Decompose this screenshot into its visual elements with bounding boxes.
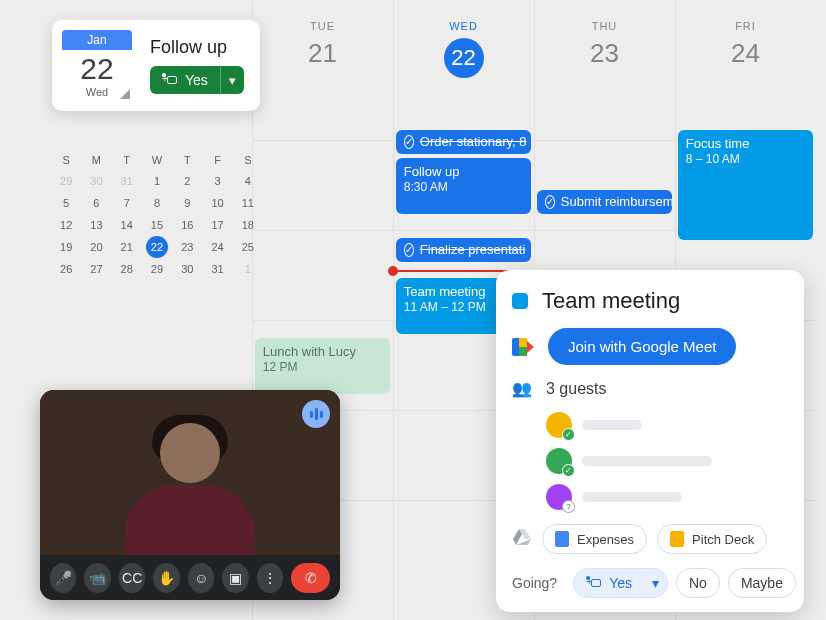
mini-cal-day[interactable]: 10 xyxy=(203,192,231,214)
status-unknown-icon: ? xyxy=(562,500,575,513)
mini-cal-day[interactable]: 29 xyxy=(52,170,80,192)
mini-month-calendar[interactable]: SMTWTFS293031123456789101112131415161718… xyxy=(52,150,262,280)
going-maybe-button[interactable]: Maybe xyxy=(728,568,796,598)
mini-cal-day[interactable]: 29 xyxy=(143,258,171,280)
mini-cal-day[interactable]: 22 xyxy=(146,236,168,258)
camera-button[interactable]: 📹 xyxy=(84,563,110,593)
caret-down-icon: ▾ xyxy=(229,73,236,88)
event-order-stationary[interactable]: ✓ Order stationary, 8 xyxy=(396,130,531,154)
present-icon: ▣ xyxy=(229,570,242,586)
guests-icon: 👥 xyxy=(512,379,532,398)
date-badge: Jan 22 Wed xyxy=(62,30,132,101)
camera-icon: 📹 xyxy=(89,570,106,586)
going-yes-dropdown[interactable]: ▾ xyxy=(644,568,668,598)
event-focus-time[interactable]: Focus time 8 – 10 AM xyxy=(678,130,813,240)
mini-cal-day[interactable]: 21 xyxy=(113,236,141,258)
event-follow-up[interactable]: Follow up 8:30 AM xyxy=(396,158,531,214)
page-fold-icon xyxy=(120,89,130,99)
mini-cal-day[interactable]: 14 xyxy=(113,214,141,236)
mini-cal-day[interactable]: 16 xyxy=(173,214,201,236)
guest-row: ✓ xyxy=(546,448,788,474)
avatar: ? xyxy=(546,484,572,510)
going-yes-button[interactable]: + Yes xyxy=(573,568,645,598)
mini-cal-day[interactable]: 1 xyxy=(143,170,171,192)
join-meet-button[interactable]: Join with Google Meet xyxy=(548,328,736,365)
rsvp-card[interactable]: Jan 22 Wed Follow up + Yes ▾ xyxy=(52,20,260,111)
speaking-indicator-icon xyxy=(302,400,330,428)
mini-cal-day[interactable]: 8 xyxy=(143,192,171,214)
mini-cal-day[interactable]: 3 xyxy=(203,170,231,192)
mini-cal-day[interactable]: 11 xyxy=(234,192,262,214)
mini-cal-day[interactable]: 30 xyxy=(82,170,110,192)
mini-cal-day[interactable]: 18 xyxy=(234,214,262,236)
going-no-button[interactable]: No xyxy=(676,568,720,598)
mini-cal-day[interactable]: 20 xyxy=(82,236,110,258)
guest-row: ? xyxy=(546,484,788,510)
mini-cal-day[interactable]: 24 xyxy=(203,236,231,258)
mini-cal-day[interactable]: 7 xyxy=(113,192,141,214)
mini-cal-day[interactable]: 23 xyxy=(173,236,201,258)
mini-cal-day[interactable]: 12 xyxy=(52,214,80,236)
status-accepted-icon: ✓ xyxy=(562,428,575,441)
check-icon: ✓ xyxy=(404,135,414,149)
event-lunch[interactable]: Lunch with Lucy 12 PM xyxy=(255,338,390,394)
participant-video xyxy=(130,415,250,555)
mini-cal-day[interactable]: 6 xyxy=(82,192,110,214)
status-accepted-icon: ✓ xyxy=(562,464,575,477)
check-icon: ✓ xyxy=(545,195,555,209)
mini-cal-day[interactable]: 30 xyxy=(173,258,201,280)
event-title: Team meeting xyxy=(542,288,680,314)
event-color-chip xyxy=(512,293,528,309)
mini-cal-day[interactable]: 13 xyxy=(82,214,110,236)
rsvp-title: Follow up xyxy=(150,37,244,58)
hangup-button[interactable]: ✆ xyxy=(291,563,330,593)
mini-cal-day[interactable]: 26 xyxy=(52,258,80,280)
event-detail-card: Team meeting Join with Google Meet 👥 3 g… xyxy=(496,270,804,612)
virtual-icon: + xyxy=(586,579,601,587)
mini-cal-day[interactable]: 27 xyxy=(82,258,110,280)
guest-list: ✓✓? xyxy=(546,412,788,510)
event-finalize-presentation[interactable]: ✓ Finalize presentati xyxy=(396,238,531,262)
mini-cal-day[interactable]: 15 xyxy=(143,214,171,236)
attachment-chip[interactable]: Pitch Deck xyxy=(657,524,767,554)
call-controls: 🎤 📹 CC ✋ ☺ ▣ ⋮ ✆ xyxy=(40,555,340,600)
mic-button[interactable]: 🎤 xyxy=(50,563,76,593)
drive-icon xyxy=(512,529,532,549)
present-button[interactable]: ▣ xyxy=(222,563,248,593)
mini-cal-day[interactable]: 31 xyxy=(203,258,231,280)
mini-cal-day[interactable]: 1 xyxy=(234,258,262,280)
more-icon: ⋮ xyxy=(263,570,277,586)
more-options-button[interactable]: ⋮ xyxy=(257,563,283,593)
mini-cal-day[interactable]: 5 xyxy=(52,192,80,214)
video-call-tile[interactable]: 🎤 📹 CC ✋ ☺ ▣ ⋮ ✆ xyxy=(40,390,340,600)
phone-icon: ✆ xyxy=(305,570,317,586)
doc-icon xyxy=(670,531,684,547)
captions-icon: CC xyxy=(122,570,142,586)
mini-cal-day[interactable]: 19 xyxy=(52,236,80,258)
mini-cal-day[interactable]: 31 xyxy=(113,170,141,192)
captions-button[interactable]: CC xyxy=(119,563,145,593)
video-feed xyxy=(40,390,340,555)
mini-cal-day[interactable]: 9 xyxy=(173,192,201,214)
attachment-chip[interactable]: Expenses xyxy=(542,524,647,554)
going-label: Going? xyxy=(512,575,557,591)
mini-cal-day[interactable]: 28 xyxy=(113,258,141,280)
mini-cal-day[interactable]: 25 xyxy=(234,236,262,258)
guest-row: ✓ xyxy=(546,412,788,438)
rsvp-yes-dropdown[interactable]: ▾ xyxy=(220,66,244,94)
mini-cal-day[interactable]: 17 xyxy=(203,214,231,236)
emoji-icon: ☺ xyxy=(194,570,208,586)
virtual-icon: + xyxy=(162,76,177,84)
mic-icon: 🎤 xyxy=(55,570,72,586)
google-meet-icon xyxy=(512,338,534,356)
rsvp-yes-button[interactable]: + Yes xyxy=(150,66,220,94)
avatar: ✓ xyxy=(546,448,572,474)
raise-hand-button[interactable]: ✋ xyxy=(153,563,179,593)
mini-cal-day[interactable]: 2 xyxy=(173,170,201,192)
avatar: ✓ xyxy=(546,412,572,438)
hand-icon: ✋ xyxy=(158,570,175,586)
reactions-button[interactable]: ☺ xyxy=(188,563,214,593)
event-submit-reimbursement[interactable]: ✓ Submit reimbursem xyxy=(537,190,672,214)
mini-cal-day[interactable]: 4 xyxy=(234,170,262,192)
guests-count: 3 guests xyxy=(546,380,606,398)
